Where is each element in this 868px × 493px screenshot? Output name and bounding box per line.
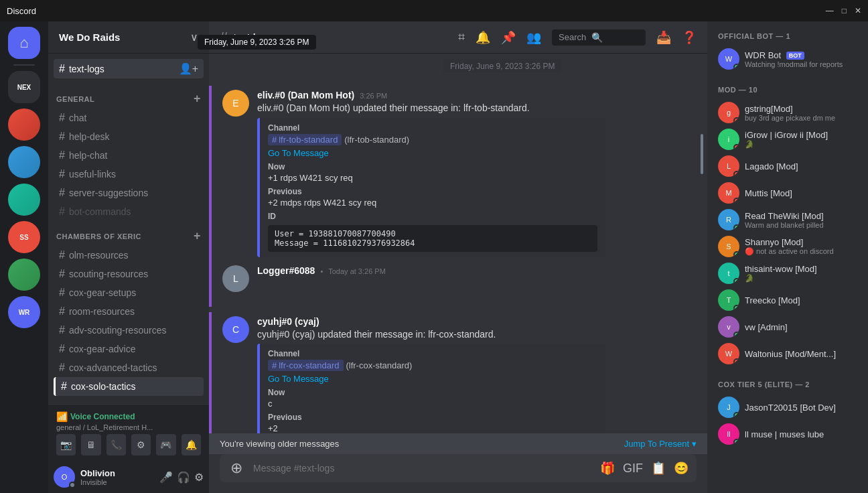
rs-member-gstring[interactable]: g gstring[Mod] buy 3rd age pickaxe dm me	[713, 99, 863, 126]
status-dot	[733, 224, 739, 230]
message-text-input[interactable]	[253, 455, 592, 481]
message-line: Message = 111681027937693286​4	[275, 238, 591, 248]
channel-item-scouting-resources[interactable]: # scouting-resources	[54, 265, 204, 283]
hash-icon: #	[59, 287, 65, 299]
members-icon[interactable]: 👥	[526, 30, 541, 45]
category-header-general[interactable]: GENERAL +	[54, 89, 204, 109]
activity-icon[interactable]: 🎮	[156, 434, 175, 455]
video-icon[interactable]: 📷	[56, 434, 76, 455]
server-icon-4[interactable]	[8, 184, 40, 216]
member-info-wdr: WDR Bot BOT Watching !modmail for report…	[745, 50, 857, 68]
member-info-readthewiki: Read TheWiki [Mod] Warm and blanket pill…	[745, 211, 857, 229]
notification-icon[interactable]: 🔔	[476, 30, 490, 45]
add-member-icon[interactable]: 👤+	[179, 62, 198, 75]
channel-item-chat[interactable]: # chat	[54, 109, 204, 127]
hash-icon: #	[61, 380, 67, 393]
app-name: Discord	[7, 6, 36, 16]
jump-to-present-button[interactable]: Jump To Present ▾	[624, 439, 697, 449]
category-header-chambers[interactable]: CHAMBERS OF XERIC +	[54, 226, 204, 246]
bell-icon[interactable]: 🔔	[182, 434, 201, 455]
server-icon-2[interactable]	[8, 109, 40, 141]
rs-member-treecko[interactable]: T Treecko [Mod]	[713, 287, 863, 313]
channel-header-left: # text-logs	[220, 29, 273, 46]
threads-icon[interactable]: ⌗	[458, 30, 465, 44]
main-content: # text-logs ⌗ 🔔 📌 👥 Search 🔍 📥 ❓ Friday,…	[209, 21, 707, 493]
channel-item-bot-commands[interactable]: # bot-commands	[54, 202, 204, 221]
rs-member-lagado[interactable]: L Lagado [Mod]	[713, 153, 863, 180]
msg-header-1: eliv.#0 (Dan Mom Hot) 3:26 PM	[257, 90, 697, 100]
server-icon-3[interactable]	[8, 146, 40, 178]
embed-2: Channel # lfr-cox-standard (lfr-cox-stan…	[257, 344, 605, 433]
mute-icon[interactable]: 🎤	[159, 471, 173, 484]
member-name-lagado: Lagado [Mod]	[745, 161, 857, 171]
hash-icon: #	[272, 360, 277, 370]
settings-voice-icon[interactable]: ⚙	[131, 434, 151, 455]
rs-member-wdr-bot[interactable]: W WDR Bot BOT Watching !modmail for repo…	[713, 46, 863, 72]
server-icon-home[interactable]: ⌂	[8, 27, 40, 59]
channel-item-cox-solo[interactable]: # cox-solo-tactics	[54, 377, 204, 396]
add-attachment-icon[interactable]: ⊕	[225, 454, 248, 482]
member-name-treecko: Treecko [Mod]	[745, 295, 857, 305]
member-info-vw: vw [Admin]	[745, 322, 857, 332]
screen-share-icon[interactable]: 🖥	[81, 434, 100, 455]
deafen-icon[interactable]: 🎧	[177, 471, 190, 484]
server-icon-6[interactable]	[8, 259, 40, 291]
phone-icon[interactable]: 📞	[106, 434, 126, 455]
channel-item-cox-gear-setups[interactable]: # cox-gear-setups	[54, 283, 204, 302]
rs-member-shannyo[interactable]: S Shannyo [Mod] 🔴 not as active on disco…	[713, 233, 863, 260]
server-icon-7[interactable]: WR	[8, 296, 40, 328]
avatar-readthewiki: R	[718, 209, 739, 230]
channel-label: bot-commands	[69, 206, 131, 217]
rs-member-readthewiki[interactable]: R Read TheWiki [Mod] Warm and blanket pi…	[713, 206, 863, 233]
inbox-icon[interactable]: 📥	[656, 30, 671, 45]
emoji-icon[interactable]: 😊	[674, 461, 689, 476]
server-icon-we-do-raids[interactable]: NEX	[8, 71, 40, 103]
gif-icon[interactable]: GIF	[623, 462, 643, 476]
gift-icon[interactable]: 🎁	[600, 461, 615, 476]
minimize-button[interactable]: —	[826, 6, 834, 15]
now-value: +1 rdps W421 scy req	[268, 173, 597, 183]
settings-icon[interactable]: ⚙	[194, 471, 204, 484]
channel-item-server-suggestions[interactable]: # server-suggestions	[54, 184, 204, 202]
timestamp-divider: Friday, June 9, 2023 3:26 PM	[443, 59, 562, 72]
rs-member-waltonius[interactable]: W Waltonius [Mod/Ment...]	[713, 340, 863, 367]
channel-item-cox-advanced[interactable]: # cox-advanced-tactics	[54, 358, 204, 377]
embed-channel-tag-1[interactable]: # lfr-tob-standard	[268, 134, 342, 145]
channel-item-help-chat[interactable]: # help-chat	[54, 146, 204, 165]
category-add-icon2[interactable]: +	[194, 229, 201, 243]
rs-member-thisaintwow[interactable]: t thisaint-wow [Mod] 🐊	[713, 260, 863, 287]
help-icon[interactable]: ❓	[682, 30, 697, 45]
pin-icon[interactable]: 📌	[501, 30, 516, 45]
rs-member-jasont[interactable]: J JasonT20015 [Bot Dev]	[713, 394, 863, 421]
go-to-message-link-2[interactable]: Go To Message	[268, 374, 597, 384]
member-info-muse: ll muse | muses lube	[745, 429, 857, 439]
channel-item-adv-scouting[interactable]: # adv-scouting-resources	[54, 321, 204, 340]
channel-item-text-logs[interactable]: # text-logs 👤+	[54, 59, 204, 78]
server-icon-5[interactable]: SS	[8, 221, 40, 253]
rs-member-igrow[interactable]: i iGrow | iGrow ii [Mod] 🐊	[713, 126, 863, 153]
maximize-button[interactable]: □	[842, 6, 847, 15]
search-bar[interactable]: Search 🔍	[552, 29, 646, 46]
embed-channel-tag-2[interactable]: # lfr-cox-standard	[268, 360, 344, 371]
channel-item-room-resources[interactable]: # room-resources	[54, 302, 204, 321]
rs-member-vw[interactable]: v vw [Admin]	[713, 313, 863, 340]
rs-member-muttis[interactable]: M Muttis [Mod]	[713, 180, 863, 206]
channel-item-useful-links[interactable]: # useful-links	[54, 165, 204, 184]
channel-item-olm-resources[interactable]: # olm-resources	[54, 246, 204, 265]
go-to-message-link-1[interactable]: Go To Message	[268, 148, 597, 158]
member-name-readthewiki: Read TheWiki [Mod]	[745, 211, 857, 221]
member-sub-shannyo: 🔴 not as active on discord	[745, 247, 857, 256]
sidebar-header[interactable]: We Do Raids ∨	[48, 21, 209, 54]
message-group-1: E eliv.#0 (Dan Mom Hot) 3:26 PM eliv.#0 …	[209, 86, 707, 307]
channel-item-help-desk[interactable]: # help-desk	[54, 127, 204, 146]
category-add-icon[interactable]: +	[194, 92, 201, 106]
messages-area[interactable]: Friday, June 9, 2023 3:26 PM E eliv.#0 (…	[209, 54, 707, 433]
channel-tag-text: (lfr-tob-standard)	[344, 135, 409, 145]
sticker-icon[interactable]: 📋	[651, 461, 666, 476]
user-status: Invisible	[80, 478, 154, 486]
avatar-text: i	[728, 135, 729, 143]
timestamp-text: Friday, June 9, 2023 3:26 PM	[450, 62, 555, 71]
channel-item-cox-gear-advice[interactable]: # cox-gear-advice	[54, 340, 204, 358]
close-button[interactable]: ✕	[855, 6, 861, 15]
rs-member-muse[interactable]: ll ll muse | muses lube	[713, 421, 863, 447]
